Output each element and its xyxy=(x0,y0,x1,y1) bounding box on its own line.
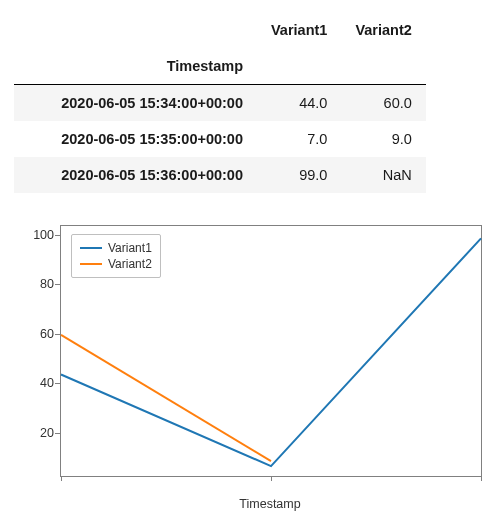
cell-variant2: 9.0 xyxy=(341,121,425,157)
index-name-cell: Timestamp xyxy=(14,48,257,85)
xtick-mark xyxy=(61,476,62,481)
cell-variant1: 99.0 xyxy=(257,157,341,193)
ytick-label: 100 xyxy=(14,228,54,242)
dataframe-table: Variant1 Variant2 Timestamp 2020-06-05 1… xyxy=(14,12,426,193)
x-axis-label: Timestamp xyxy=(60,497,480,511)
table-row: 2020-06-05 15:35:00+00:00 7.0 9.0 xyxy=(14,121,426,157)
row-timestamp: 2020-06-05 15:36:00+00:00 xyxy=(14,157,257,193)
index-name-row: Timestamp xyxy=(14,48,426,85)
series-line-variant2 xyxy=(61,335,271,461)
col-header-variant2: Variant2 xyxy=(341,12,425,48)
xtick-mark xyxy=(481,476,482,481)
cell-variant1: 44.0 xyxy=(257,85,341,122)
row-timestamp: 2020-06-05 15:34:00+00:00 xyxy=(14,85,257,122)
col-header-variant1: Variant1 xyxy=(257,12,341,48)
legend: Variant1 Variant2 xyxy=(71,234,161,278)
column-header-row: Variant1 Variant2 xyxy=(14,12,426,48)
legend-swatch-icon xyxy=(80,263,102,265)
ytick-label: 60 xyxy=(14,327,54,341)
blank-header xyxy=(341,48,425,85)
blank-header xyxy=(257,48,341,85)
cell-variant2: 60.0 xyxy=(341,85,425,122)
legend-entry-variant2: Variant2 xyxy=(80,256,152,272)
legend-entry-variant1: Variant1 xyxy=(80,240,152,256)
legend-swatch-icon xyxy=(80,247,102,249)
legend-label: Variant2 xyxy=(108,256,152,272)
cell-variant1: 7.0 xyxy=(257,121,341,157)
table-row: 2020-06-05 15:34:00+00:00 44.0 60.0 xyxy=(14,85,426,122)
ytick-label: 20 xyxy=(14,426,54,440)
cell-variant2: NaN xyxy=(341,157,425,193)
xtick-mark xyxy=(271,476,272,481)
table-row: 2020-06-05 15:36:00+00:00 99.0 NaN xyxy=(14,157,426,193)
row-timestamp: 2020-06-05 15:35:00+00:00 xyxy=(14,121,257,157)
plot-area: Variant1 Variant2 xyxy=(60,225,482,477)
ytick-label: 40 xyxy=(14,376,54,390)
ytick-label: 80 xyxy=(14,277,54,291)
legend-label: Variant1 xyxy=(108,240,152,256)
blank-header xyxy=(14,12,257,48)
line-chart: Variant1 Variant2 Timestamp 20406080100 xyxy=(14,217,486,513)
